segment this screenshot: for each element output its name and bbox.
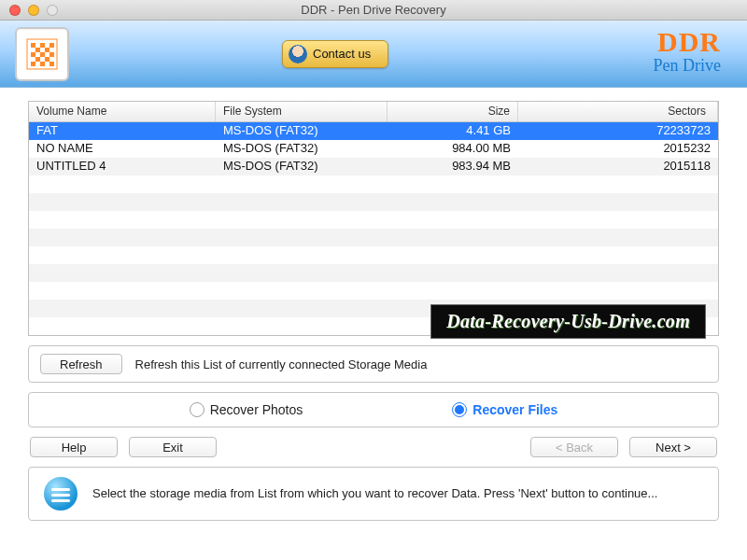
recover-photos-radio[interactable]: Recover Photos (190, 402, 303, 417)
table-row (29, 264, 718, 282)
cell-filesystem: MS-DOS (FAT32) (216, 158, 388, 175)
table-header: Volume Name File System Size Sectors (29, 102, 718, 122)
cell-volume: NO NAME (29, 140, 216, 158)
table-row (29, 193, 718, 211)
radio-icon (452, 402, 467, 417)
refresh-button[interactable]: Refresh (40, 354, 122, 374)
cell-sectors: 2015118 (518, 158, 718, 175)
table-row[interactable]: UNTITLED 4MS-DOS (FAT32)983.94 MB2015118 (29, 158, 718, 175)
recover-mode-panel: Recover Photos Recover Files (28, 392, 719, 427)
radio-label: Recover Files (472, 402, 557, 417)
person-icon (289, 45, 307, 63)
table-body: FATMS-DOS (FAT32)4.41 GB72233723NO NAMEM… (29, 122, 718, 335)
svg-rect-3 (49, 43, 54, 48)
col-volume[interactable]: Volume Name (29, 102, 216, 121)
col-sectors[interactable]: Sectors (518, 102, 718, 121)
titlebar: DDR - Pen Drive Recovery (0, 0, 747, 21)
svg-rect-5 (45, 48, 49, 52)
svg-rect-4 (35, 48, 40, 52)
watermark: Data-Recovery-Usb-Drive.com (430, 304, 706, 339)
cell-filesystem: MS-DOS (FAT32) (216, 140, 388, 158)
window-title: DDR - Pen Drive Recovery (0, 3, 747, 17)
spacer (228, 437, 519, 457)
exit-button[interactable]: Exit (129, 437, 217, 457)
svg-rect-1 (31, 43, 35, 48)
table-row (29, 229, 718, 246)
table-row (29, 175, 718, 193)
back-button: < Back (530, 437, 618, 457)
help-button[interactable]: Help (30, 437, 118, 457)
cell-size: 4.41 GB (388, 122, 518, 140)
cell-size: 983.94 MB (388, 158, 518, 175)
next-button[interactable]: Next > (629, 437, 717, 457)
table-row (29, 282, 718, 300)
hint-panel: Select the storage media from List from … (28, 467, 719, 521)
hint-text: Select the storage media from List from … (92, 485, 657, 502)
app-logo (15, 27, 69, 81)
brand-subtitle: Pen Drive (654, 56, 721, 76)
cell-sectors: 72233723 (518, 122, 718, 140)
speech-bubble-icon (44, 477, 78, 511)
recover-files-radio[interactable]: Recover Files (452, 402, 557, 417)
brand: DDR Pen Drive (654, 26, 721, 76)
volumes-table[interactable]: Volume Name File System Size Sectors FAT… (28, 101, 719, 336)
contact-us-button[interactable]: Contact us (282, 40, 388, 68)
radio-icon (190, 402, 204, 417)
nav-buttons: Help Exit < Back Next > (28, 437, 719, 457)
cell-size: 984.00 MB (388, 140, 518, 158)
svg-rect-13 (49, 62, 54, 66)
header: Contact us DDR Pen Drive (0, 21, 747, 88)
table-row (29, 246, 718, 264)
refresh-hint: Refresh this List of currently connected… (135, 357, 428, 371)
svg-rect-9 (35, 57, 40, 62)
col-size[interactable]: Size (388, 102, 518, 121)
contact-label: Contact us (313, 47, 371, 61)
radio-label: Recover Photos (210, 402, 303, 417)
svg-rect-7 (40, 52, 45, 57)
logo-icon (25, 37, 59, 71)
svg-rect-2 (40, 43, 45, 48)
svg-rect-12 (40, 62, 45, 66)
table-row (29, 211, 718, 229)
cell-sectors: 2015232 (518, 140, 718, 158)
table-row[interactable]: NO NAMEMS-DOS (FAT32)984.00 MB2015232 (29, 140, 718, 158)
cell-volume: FAT (29, 122, 216, 140)
refresh-panel: Refresh Refresh this List of currently c… (28, 345, 719, 383)
table-row[interactable]: FATMS-DOS (FAT32)4.41 GB72233723 (29, 122, 718, 140)
cell-filesystem: MS-DOS (FAT32) (216, 122, 388, 140)
col-filesystem[interactable]: File System (216, 102, 388, 121)
svg-rect-10 (45, 57, 49, 62)
cell-volume: UNTITLED 4 (29, 158, 216, 175)
svg-rect-8 (49, 52, 54, 57)
brand-title: DDR (654, 26, 721, 58)
svg-rect-11 (31, 62, 35, 66)
svg-rect-6 (31, 52, 35, 57)
